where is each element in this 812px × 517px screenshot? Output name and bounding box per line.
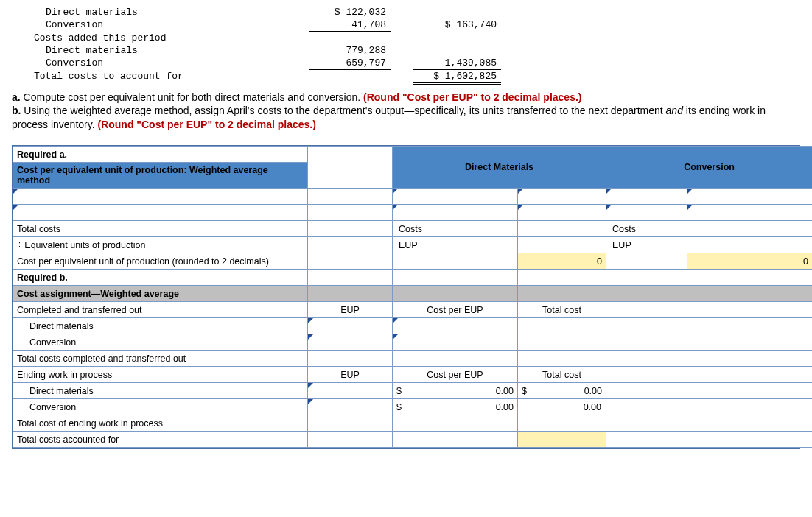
desc-input[interactable]: [13, 205, 308, 221]
row-cto-dm: Direct materials: [13, 318, 813, 334]
dm-amount: $ 122,032: [309, 6, 391, 18]
cto-dm-cpe[interactable]: [393, 318, 518, 334]
cto-conv-label: Conversion: [13, 334, 308, 351]
title-a: Cost per equivalent unit of production: …: [13, 163, 308, 189]
instr-a-text: Compute cost per equivalent unit for bot…: [21, 91, 363, 103]
conv-val-input[interactable]: [687, 205, 812, 221]
row-total-costs: Total costs Costs Costs: [13, 221, 813, 237]
total-costs-label: Total costs: [13, 221, 308, 237]
cto-label: Completed and transferred out: [13, 302, 308, 318]
conv2-amount: 659,797: [309, 57, 391, 70]
desc-input[interactable]: [13, 189, 308, 205]
title-b: Cost assignment—Weighted average: [13, 286, 308, 302]
dm-eup-value[interactable]: [518, 237, 606, 253]
dm-costs-value[interactable]: [518, 221, 606, 237]
total-cto-label: Total costs completed and transferred ou…: [13, 351, 308, 367]
instr-b-italic: and: [666, 105, 683, 116]
ewip-dm-label: Direct materials: [13, 383, 308, 399]
ewip-label: Ending work in process: [13, 367, 308, 383]
required-a-label: Required a.: [13, 147, 308, 163]
money-value: 0.00: [496, 386, 514, 396]
dm-val-input[interactable]: [518, 189, 606, 205]
conv-costs-label: Costs: [606, 221, 687, 237]
row-ewip-dm: Direct materials $ 0.00 $ 0.00: [13, 383, 813, 399]
ewip-dm-cpe: $ 0.00: [393, 383, 518, 399]
money-value: 0.00: [496, 402, 514, 412]
tcaf-label: Total costs accounted for: [13, 432, 308, 448]
row-eup: ÷ Equivalent units of production EUP EUP: [13, 237, 813, 253]
cpe-col-header: Cost per EUP: [393, 302, 518, 318]
grand-total: $ 1,602,825: [413, 69, 501, 83]
conv2-label: Conversion: [29, 57, 309, 70]
instr-b-prefix: b.: [12, 105, 21, 116]
conv-eup-value[interactable]: [687, 237, 812, 253]
row-cpeup: Cost per equivalent unit of production (…: [13, 253, 813, 270]
blank-row-1: [13, 189, 813, 205]
dm-input[interactable]: [393, 189, 518, 205]
instr-a-prefix: a.: [12, 91, 21, 103]
worksheet: Required a. Direct Materials Conversion …: [12, 145, 800, 449]
dm2-label: Direct materials: [29, 44, 309, 57]
dm-input[interactable]: [393, 205, 518, 221]
eup-col-header: EUP: [308, 302, 393, 318]
instr-b-red: (Round "Cost per EUP" to 2 decimal place…: [97, 119, 315, 130]
conv-subtotal: $ 163,740: [413, 18, 501, 32]
dm-eup-label: EUP: [393, 237, 518, 253]
added-subtotal: 1,439,085: [413, 57, 501, 70]
cost-summary-table: Direct materials $ 122,032 Conversion 41…: [29, 6, 501, 85]
instr-b-text: Using the weighted average method, assig…: [21, 105, 665, 116]
row-required-b: Required b.: [13, 270, 813, 286]
dm-costs-label: Costs: [393, 221, 518, 237]
conv-amount: 41,708: [309, 18, 391, 32]
row-cto: Completed and transferred out EUP Cost p…: [13, 302, 813, 318]
cto-dm-label: Direct materials: [13, 318, 308, 334]
dm-val-input[interactable]: [518, 205, 606, 221]
dm-label: Direct materials: [29, 6, 309, 18]
tc-col-header: Total cost: [518, 302, 606, 318]
tc-col-header-2: Total cost: [518, 367, 606, 383]
conv-eup-label: EUP: [606, 237, 687, 253]
dm-cpeup-value: 0: [518, 253, 606, 270]
currency-symbol: $: [396, 386, 402, 396]
dm2-amount: 779,288: [309, 44, 391, 57]
row-ewip: Ending work in process EUP Cost per EUP …: [13, 367, 813, 383]
conv-cpeup-value: 0: [687, 253, 812, 270]
grand-label: Total costs to account for: [29, 69, 309, 83]
cto-conv-cpe[interactable]: [393, 334, 518, 351]
row-total-cto: Total costs completed and transferred ou…: [13, 351, 813, 367]
row-tcaf: Total costs accounted for: [13, 432, 813, 448]
eup-row-label: ÷ Equivalent units of production: [13, 237, 308, 253]
conv-input[interactable]: [606, 205, 687, 221]
eup-col-header-2: EUP: [308, 367, 393, 383]
row-ewip-conv: Conversion $ 0.00 0.00: [13, 399, 813, 415]
ewip-dm-tc: $ 0.00: [518, 383, 606, 399]
cto-dm-eup[interactable]: [308, 318, 393, 334]
conv-costs-value[interactable]: [687, 221, 812, 237]
row-total-ewip: Total cost of ending work in process: [13, 415, 813, 432]
ewip-conv-eup[interactable]: [308, 399, 393, 415]
currency-symbol: $: [522, 386, 527, 396]
total-ewip-label: Total cost of ending work in process: [13, 415, 308, 432]
blank-row-2: [13, 205, 813, 221]
cto-dm-tc[interactable]: [518, 318, 606, 334]
dm-header: Direct Materials: [393, 147, 606, 189]
instructions: a. Compute cost per equivalent unit for …: [12, 91, 800, 133]
conv-val-input[interactable]: [687, 189, 812, 205]
row-required-a: Required a. Direct Materials Conversion: [13, 147, 813, 163]
ewip-conv-cpe: $ 0.00: [393, 399, 518, 415]
total-ewip-value[interactable]: [518, 415, 606, 432]
conv-input[interactable]: [606, 189, 687, 205]
row-cto-conv: Conversion: [13, 334, 813, 351]
cto-conv-tc[interactable]: [518, 334, 606, 351]
money-value: 0.00: [584, 386, 602, 396]
currency-symbol: $: [396, 402, 402, 412]
required-b-label: Required b.: [13, 270, 308, 286]
instr-a-red: (Round "Cost per EUP" to 2 decimal place…: [363, 91, 581, 103]
conv-label: Conversion: [29, 18, 309, 32]
ewip-dm-eup[interactable]: [308, 383, 393, 399]
added-label: Costs added this period: [29, 32, 309, 44]
cto-conv-eup[interactable]: [308, 334, 393, 351]
cpeup-label: Cost per equivalent unit of production (…: [13, 253, 308, 270]
total-cto-value[interactable]: [518, 351, 606, 367]
ewip-conv-tc: 0.00: [518, 399, 606, 415]
